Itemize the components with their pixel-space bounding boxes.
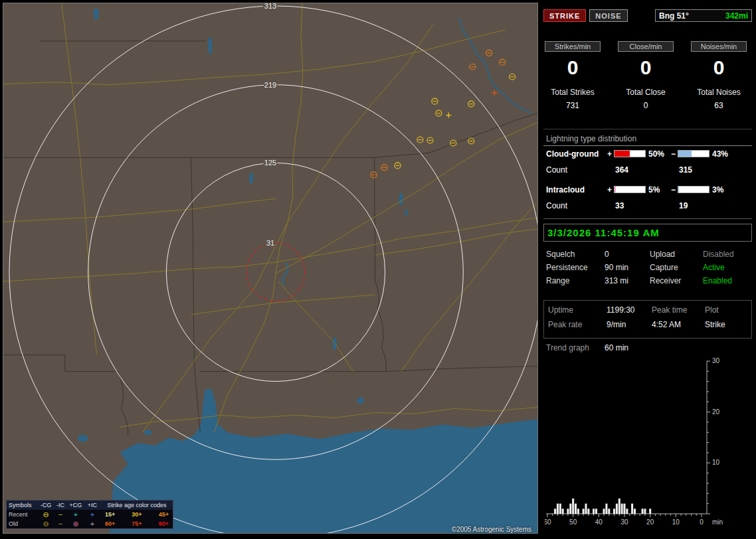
legend-type-pos-ic: +IC [84,502,101,508]
bearing-value: Bng 51° [659,11,689,21]
close-per-min-label: Close/min [618,41,674,52]
legend-row-recent: Recent ⊖ − + + 15+30+45+ [7,510,173,519]
cg-positive-percent: 50% [648,149,664,159]
rate-values-row: 0 0 0 [545,57,747,78]
cg-negative-count: 315 [679,165,692,175]
legend-symbol-cell: + [84,510,101,518]
svg-text:30: 30 [712,357,720,364]
noise-indicator-button[interactable]: NOISE [589,9,627,22]
distribution-row-cloud-ground: Cloud-ground + 50% − 43% [542,149,753,159]
total-close-label: Total Close [618,88,674,97]
noises-per-min-value: 0 [691,57,747,78]
divider [543,129,752,129]
peak-time-label: Peak time [652,305,687,315]
ic-positive-bar-fill [614,187,616,193]
svg-text:10: 10 [672,518,680,526]
total-noises-label: Total Noises [691,88,747,97]
totals-row: Total Strikes 731 Total Close 0 Total No… [545,88,747,110]
date-time-display: 3/3/2026 11:45:19 AM [543,224,752,242]
legend-header-row: Symbols -CG -IC +CG +IC Strike age color… [7,501,173,510]
setting-label-persistence: Persistence [546,263,588,272]
cg-negative-percent: 43% [712,149,728,159]
setting-label-squelch: Squelch [546,250,575,259]
range-value: 342mi [725,11,748,21]
uptime-value: 1199:30 [607,305,635,315]
svg-text:20: 20 [646,518,654,526]
cg-positive-bar [614,150,646,157]
svg-text:125: 125 [264,159,276,167]
setting-value-squelch: 0 [605,250,609,259]
ic-positive-percent: 5% [648,185,660,194]
settings-row-3: Range 313 mi Receiver Enabled [542,276,753,287]
peak-rate-value: 9/min [607,320,626,329]
setting-label-receiver: Receiver [650,276,681,285]
legend-age-code: 15+ [105,511,115,518]
trend-graph-label: Trend graph [546,343,589,352]
svg-text:313: 313 [264,3,276,10]
lightning-map[interactable]: 31321912531 Symbols -CG -IC +CG +IC Stri… [3,3,538,534]
status-row-2: Peak rate 9/min 4:52 AM Strike [545,320,750,331]
strikes-per-min-label: Strikes/min [545,41,601,52]
setting-value-receiver: Enabled [703,276,732,285]
plus-sign: + [607,149,612,159]
svg-text:30: 30 [620,518,628,526]
legend-age-header: Strike age color codes [101,502,173,508]
svg-text:10: 10 [712,459,720,466]
svg-text:219: 219 [264,81,276,89]
distribution-title: Lightning type distribution [543,134,752,146]
svg-text:20: 20 [712,408,720,416]
total-noises-value: 63 [691,101,747,110]
legend-type-neg-ic: -IC [53,502,68,508]
close-per-min-value: 0 [618,57,674,78]
cg-positive-bar-fill [614,151,630,157]
count-label: Count [546,201,567,210]
legend-age-codes: 15+30+45+ [101,511,173,518]
status-panel: STRIKE NOISE Bng 51° 342mi Strikes/min C… [542,3,753,536]
setting-value-persistence: 90 min [605,263,628,272]
legend-age-code: 30+ [132,511,142,518]
distribution-row-intracloud: Intracloud + 5% − 3% [542,185,753,194]
ic-positive-count: 33 [615,201,624,210]
map-legend: Symbols -CG -IC +CG +IC Strike age color… [6,500,173,529]
copyright-text: ©2005 Astrogenic Systems [3,526,538,533]
legend-type-pos-cg: +CG [68,502,84,508]
total-strikes-label: Total Strikes [545,88,601,97]
legend-symbol-cell: ⊖ [39,510,53,518]
settings-row-1: Squelch 0 Upload Disabled [542,250,753,260]
app-window: 31321912531 Symbols -CG -IC +CG +IC Stri… [0,0,756,539]
legend-symbol-cell: + [68,510,84,518]
setting-label-upload: Upload [650,250,675,259]
minus-sign: − [671,185,676,194]
legend-row-label: Recent [7,511,39,518]
cg-negative-bar-fill [678,151,692,157]
ic-positive-bar [614,186,646,193]
divider [543,218,752,219]
total-close-value: 0 [618,101,674,110]
strikes-per-min-value: 0 [545,57,601,78]
settings-row-2: Persistence 90 min Capture Active [542,263,753,273]
cg-positive-count: 364 [615,165,628,175]
peak-time-value: 4:52 AM [652,320,681,329]
bearing-range-indicator: Bng 51° 342mi [655,9,752,22]
legend-age-code: 45+ [159,511,169,518]
legend-type-neg-cg: -CG [39,502,53,508]
count-label: Count [546,165,567,175]
ic-negative-bar-fill [678,187,679,193]
setting-value-capture: Active [703,263,725,272]
intracloud-label: Intracloud [546,185,585,194]
ic-negative-bar [678,186,709,193]
uptime-status-box: Uptime 1199:30 Peak time Plot Peak rate … [543,300,752,339]
ic-negative-count: 19 [679,201,688,210]
plot-label: Plot [705,305,719,315]
setting-label-range: Range [546,276,569,285]
svg-text:60: 60 [545,518,551,526]
setting-label-capture: Capture [650,263,678,272]
setting-value-range: 313 mi [605,276,628,285]
legend-symbol-cell: − [53,510,68,518]
trend-graph-row: Trend graph 60 min [542,343,753,354]
setting-value-upload: Disabled [703,250,734,259]
intracloud-count-row: Count 33 19 [542,201,753,210]
strike-indicator-button[interactable]: STRIKE [543,9,586,22]
peak-rate-label: Peak rate [548,320,582,329]
plot-value: Strike [705,320,725,329]
